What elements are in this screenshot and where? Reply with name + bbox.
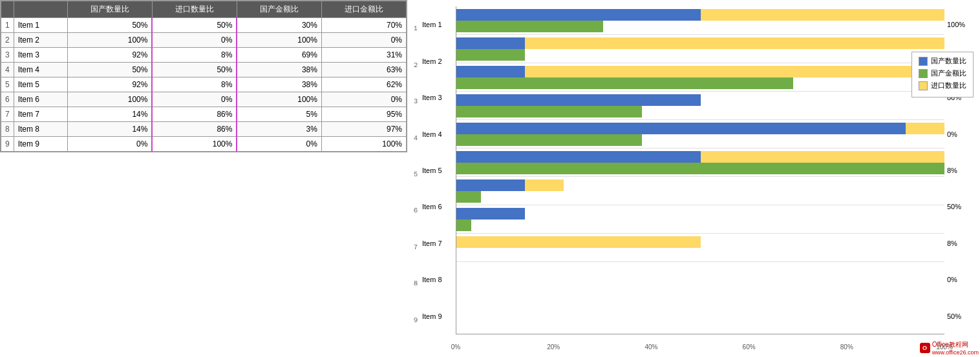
item-name: Item 9: [14, 137, 67, 152]
chart-right-value: 8%: [944, 229, 974, 258]
bar-row-top: [456, 179, 944, 191]
legend-label: 进口数量比: [931, 81, 966, 90]
domestic-amt-cell: 69%: [237, 48, 321, 63]
chart-item-label: Item 6: [422, 203, 442, 210]
domestic-amt-cell: 5%: [237, 107, 321, 122]
chart-bar-row: [456, 120, 944, 148]
domestic-qty-cell: 50%: [67, 18, 152, 33]
x-axis-tick: 40%: [644, 343, 657, 351]
chart-row-num: ４: [410, 131, 420, 138]
bar-domestic-qty: [456, 94, 701, 106]
bar-domestic-amt: [456, 191, 481, 203]
item-name: Item 3: [14, 48, 67, 63]
chart-item-label: Item 9: [422, 312, 442, 320]
table-row: 5 Item 5 92% 8% 38% 62%: [1, 77, 407, 92]
item-name: Item 8: [14, 122, 67, 137]
import-qty-cell: 86%: [152, 107, 237, 122]
chart-right-value: 50%: [944, 302, 974, 331]
bar-row-top: [456, 236, 944, 248]
chart-x-axis: 0%20%40%60%80%100%: [456, 334, 944, 351]
row-number: 9: [1, 137, 14, 152]
row-number: 8: [1, 122, 14, 137]
domestic-qty-cell: 100%: [67, 92, 152, 107]
chart-row-num: ５: [410, 167, 420, 174]
bar-row-bottom: [456, 77, 944, 89]
legend-label: 国产金额比: [931, 68, 966, 78]
office-icon: O: [920, 343, 930, 353]
bar-import-qty: [906, 123, 944, 134]
chart-bar-row: [456, 205, 944, 234]
table-row: 9 Item 9 0% 100% 0% 100%: [1, 137, 407, 152]
import-amt-cell: 63%: [321, 63, 406, 77]
chart-item-label: Item 5: [422, 167, 442, 174]
domestic-qty-cell: 14%: [67, 107, 152, 122]
bar-row-top: [456, 123, 944, 134]
col-header-import-amt: 进口金额比: [321, 1, 406, 18]
chart-row-labels: １ Item 1２ Item 2３ Item 3４ Item 4５ Item 5…: [410, 6, 456, 351]
item-name: Item 4: [14, 63, 67, 77]
x-axis-tick: 60%: [743, 343, 756, 351]
import-qty-cell: 0%: [152, 92, 237, 107]
bar-import-qty: [525, 66, 944, 77]
col-header-item: [14, 1, 67, 18]
import-amt-cell: 100%: [321, 137, 406, 152]
bar-import-qty: [701, 9, 945, 21]
domestic-qty-cell: 92%: [67, 77, 152, 92]
bar-row-bottom: [456, 106, 944, 117]
chart-row-label: ５ Item 5: [410, 156, 456, 185]
data-table: 国产数量比 进口数量比 国产金额比 进口金额比 1 Item 1 50% 50%…: [0, 0, 407, 152]
chart-bar-row: [456, 92, 944, 120]
chart-bar-row: [456, 63, 944, 92]
domestic-amt-cell: 3%: [237, 122, 321, 137]
domestic-amt-cell: 100%: [237, 33, 321, 48]
item-name: Item 1: [14, 18, 67, 33]
import-amt-cell: 62%: [321, 77, 406, 92]
legend-label: 国产数量比: [931, 56, 966, 66]
chart-legend: 国产数量比 国产金额比 进口数量比: [911, 52, 974, 97]
chart-row-label: ９ Item 9: [410, 302, 456, 331]
domestic-amt-cell: 38%: [237, 77, 321, 92]
chart-row-num: ７: [410, 240, 420, 247]
chart-bars: [456, 6, 944, 334]
bar-row-top: [456, 151, 944, 163]
col-header-domestic-qty: 国产数量比: [67, 1, 152, 18]
legend-swatch: [919, 57, 928, 66]
bar-row-bottom: [456, 21, 944, 32]
col-header-empty: [1, 1, 14, 18]
bar-domestic-qty: [456, 179, 525, 191]
row-number: 3: [1, 48, 14, 63]
bar-row-top: [456, 94, 944, 106]
legend-item: 国产数量比: [919, 56, 966, 66]
chart-bar-row: [456, 177, 944, 205]
chart-row-label: ４ Item 4: [410, 120, 456, 148]
chart-bar-row: [456, 6, 944, 35]
chart-item-label: Item 1: [422, 21, 442, 28]
chart-item-label: Item 3: [422, 94, 442, 101]
watermark: O Office教程网 www.office26.com: [920, 340, 979, 356]
row-number: 5: [1, 77, 14, 92]
bar-domestic-amt: [456, 49, 525, 61]
item-name: Item 2: [14, 33, 67, 48]
table-row: 3 Item 3 92% 8% 69% 31%: [1, 48, 407, 63]
chart-item-label: Item 7: [422, 240, 442, 247]
legend-item: 进口数量比: [919, 81, 966, 90]
bar-domestic-qty: [456, 9, 701, 21]
chart-row-label: ３ Item 3: [410, 83, 456, 112]
item-name: Item 5: [14, 77, 67, 92]
legend-swatch: [919, 81, 928, 90]
chart-item-label: Item 4: [422, 130, 442, 138]
bar-domestic-qty: [456, 123, 906, 134]
bar-import-qty: [701, 151, 945, 163]
domestic-amt-cell: 100%: [237, 92, 321, 107]
table-row: 8 Item 8 14% 86% 3% 97%: [1, 122, 407, 137]
domestic-amt-cell: 38%: [237, 63, 321, 77]
chart-row-num: ３: [410, 94, 420, 101]
domestic-amt-cell: 30%: [237, 18, 321, 33]
chart-right-value: 8%: [944, 156, 974, 185]
chart-item-label: Item 2: [422, 57, 442, 65]
import-qty-cell: 100%: [152, 137, 237, 152]
chart-row-label: ８ Item 8: [410, 265, 456, 294]
import-amt-cell: 95%: [321, 107, 406, 122]
domestic-qty-cell: 92%: [67, 48, 152, 63]
bar-domestic-amt: [456, 219, 471, 231]
